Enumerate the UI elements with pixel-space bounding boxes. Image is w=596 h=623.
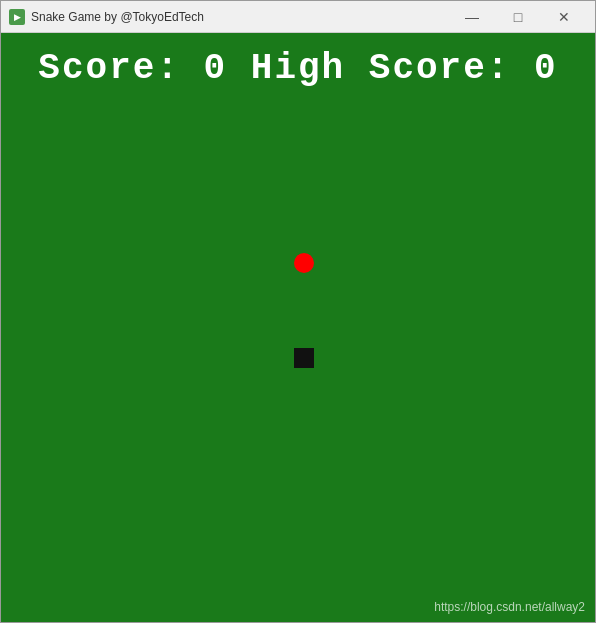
maximize-button[interactable]: □ [495,1,541,33]
score-display: Score: 0 High Score: 0 [1,33,595,99]
watermark-text: https://blog.csdn.net/allway2 [434,600,585,614]
game-canvas[interactable]: Score: 0 High Score: 0 https://blog.csdn… [1,33,595,622]
close-button[interactable]: ✕ [541,1,587,33]
app-window: ▶ Snake Game by @TokyoEdTech — □ ✕ Score… [0,0,596,623]
title-bar: ▶ Snake Game by @TokyoEdTech — □ ✕ [1,1,595,33]
app-icon: ▶ [9,9,25,25]
minimize-button[interactable]: — [449,1,495,33]
snake-head [294,348,314,368]
window-controls: — □ ✕ [449,1,587,33]
food-item [294,253,314,273]
window-title: Snake Game by @TokyoEdTech [31,10,449,24]
